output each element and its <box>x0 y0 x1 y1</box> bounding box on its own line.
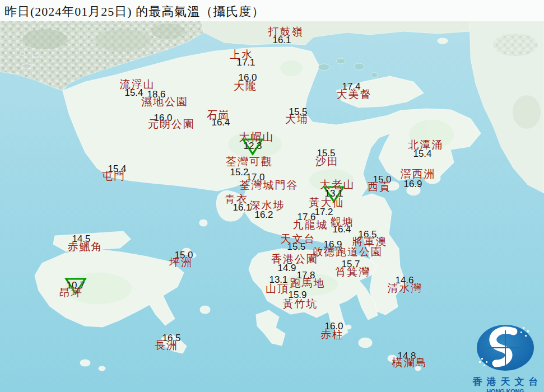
station-name-label: 打鼓嶺 <box>268 25 304 39</box>
station-name-label: 濕地公園 <box>141 95 188 109</box>
max-temperature-map-screen: 昨日(2024年01月25日) 的最高氣溫（攝氏度） 16.1打鼓嶺17.1上水… <box>0 0 544 392</box>
station-name-label: 觀塘 <box>331 215 354 230</box>
station-name-label: 西貢 <box>368 180 391 194</box>
station-name-label: 北潭涌 <box>408 138 444 152</box>
station-name-label: 山頂 <box>266 282 289 296</box>
hko-logo-icon <box>467 323 544 372</box>
hko-logo-english: HONG KONG OBSERVATORY <box>467 388 544 392</box>
hko-logo: 香港天文台 HONG KONG OBSERVATORY <box>467 323 544 392</box>
station-name-label: 九龍城 <box>293 218 328 232</box>
station-name-label: 滘西洲 <box>401 167 436 181</box>
station-name-label: 荃灣可觀 <box>226 155 273 169</box>
station-name-label: 大帽山 <box>239 130 275 144</box>
station-name-label: 橫瀾島 <box>392 356 427 370</box>
station-name-label: 大老山 <box>320 178 355 192</box>
hko-logo-chinese: 香港天文台 <box>467 375 544 388</box>
station-name-label: 青衣 <box>225 192 248 207</box>
station-name-label: 長洲 <box>155 338 178 353</box>
station-name-label: 筲箕灣 <box>336 265 371 279</box>
station-name-label: 沙田 <box>315 155 339 169</box>
station-name-label: 黃大仙 <box>309 195 345 210</box>
station-name-label: 清水灣 <box>388 281 423 296</box>
station-name-label: 屯門 <box>102 169 125 184</box>
station-name-label: 香港公園 <box>271 252 318 267</box>
station-name-label: 昂坪 <box>59 286 83 300</box>
station-name-label: 赤柱 <box>320 328 344 342</box>
station-name-label: 啟德跑道公園 <box>312 245 383 259</box>
station-name-label: 元朗公園 <box>148 117 195 132</box>
station-name-label: 深水埗 <box>250 198 285 213</box>
station-name-label: 天文台 <box>281 232 316 246</box>
station-name-label: 荃灣城門谷 <box>240 178 299 193</box>
station-name-label: 大隴 <box>234 79 257 94</box>
station-layer: 16.1打鼓嶺17.1上水16.0大隴15.4流浮山18.6濕地公園16.0元朗… <box>0 0 544 392</box>
station-name-label: 大美督 <box>337 87 372 102</box>
station-name-label: 上水 <box>230 48 253 62</box>
station-name-label: 大埔 <box>285 112 309 127</box>
station-name-label: 跑馬地 <box>290 276 326 291</box>
station-name-label: 赤鱲角 <box>68 240 103 254</box>
station-name-label: 石崗 <box>207 108 230 123</box>
station-name-label: 黃竹坑 <box>283 297 318 311</box>
station-name-label: 坪洲 <box>169 255 193 270</box>
